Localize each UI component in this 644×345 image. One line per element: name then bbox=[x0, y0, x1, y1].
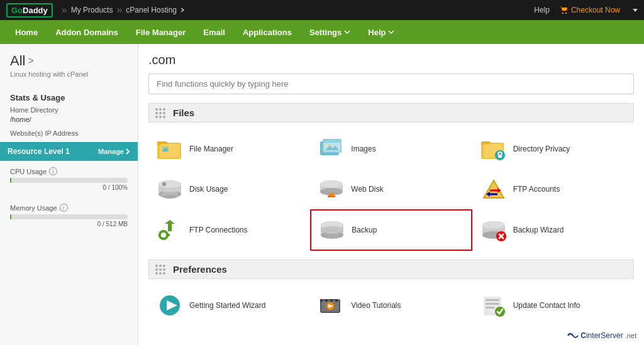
update-contact-label: Update Contact Info bbox=[513, 301, 580, 310]
memory-info-icon[interactable]: i bbox=[60, 204, 68, 212]
getting-started-icon bbox=[157, 292, 183, 319]
domain-title: .com bbox=[148, 53, 634, 67]
nav-item-email[interactable]: Email bbox=[194, 20, 234, 44]
svg-rect-16 bbox=[498, 155, 502, 158]
interserver-logo-text: CinterServer bbox=[580, 331, 623, 340]
svg-rect-41 bbox=[162, 238, 165, 240]
ftp-accounts-icon bbox=[480, 176, 507, 202]
svg-rect-29 bbox=[329, 193, 334, 195]
svg-rect-64 bbox=[325, 299, 328, 302]
ftp-connections-icon bbox=[157, 217, 183, 243]
update-contact-icon bbox=[480, 292, 507, 319]
nav-item-settings[interactable]: Settings bbox=[301, 20, 359, 44]
nav-item-home[interactable]: Home bbox=[6, 20, 47, 44]
sidebar: All > Linux hosting with cPanel Stats & … bbox=[0, 44, 138, 345]
backup-icon bbox=[319, 217, 345, 243]
web-disk-icon bbox=[318, 176, 345, 202]
sidebar-all-chevron: > bbox=[28, 55, 33, 67]
svg-marker-37 bbox=[165, 220, 175, 231]
backup-label: Backup bbox=[352, 226, 377, 234]
backup-wizard-item[interactable]: Backup Wizard bbox=[472, 209, 634, 251]
ftp-accounts-item[interactable]: FTP Accounts bbox=[472, 169, 634, 209]
disk-usage-item[interactable]: Disk Usage bbox=[148, 169, 310, 209]
svg-point-20 bbox=[158, 180, 181, 188]
svg-point-49 bbox=[321, 226, 343, 234]
svg-rect-65 bbox=[330, 299, 333, 302]
svg-point-23 bbox=[162, 189, 177, 192]
breadcrumb-sep-1: » bbox=[62, 4, 67, 16]
svg-rect-21 bbox=[162, 182, 166, 186]
preferences-section-title: Preferences bbox=[173, 264, 227, 275]
memory-usage-value: 0 / 512 MB bbox=[10, 221, 128, 227]
svg-rect-63 bbox=[320, 299, 323, 302]
svg-rect-70 bbox=[486, 307, 494, 309]
sidebar-stats-title: Stats & Usage bbox=[0, 87, 138, 105]
ftp-connections-label: FTP Connections bbox=[189, 226, 248, 234]
file-manager-item[interactable]: File Manager bbox=[148, 129, 310, 169]
ftp-accounts-label: FTP Accounts bbox=[513, 185, 560, 194]
nav-item-help[interactable]: Help bbox=[359, 20, 403, 44]
web-disk-item[interactable]: Web Disk bbox=[310, 169, 472, 209]
cpu-usage-bar bbox=[10, 178, 128, 183]
manage-button[interactable]: Manage bbox=[98, 148, 130, 155]
sidebar-sub-label: Linux hosting with cPanel bbox=[0, 70, 138, 87]
backup-wizard-label: Backup Wizard bbox=[513, 226, 564, 234]
disk-usage-icon bbox=[157, 176, 183, 202]
sidebar-ip-label: Website(s) IP Address bbox=[0, 128, 138, 138]
top-bar: GoDaddy » My Products » cPanel Hosting H… bbox=[0, 0, 644, 20]
images-icon bbox=[318, 136, 345, 162]
files-section-title: Files bbox=[173, 107, 194, 118]
ftp-connections-item[interactable]: FTP Connections bbox=[148, 209, 310, 251]
video-tutorials-item[interactable]: Video Tutorials bbox=[310, 285, 472, 326]
svg-marker-31 bbox=[484, 180, 504, 198]
godaddy-logo[interactable]: GoDaddy bbox=[6, 3, 53, 18]
cpu-usage-fill bbox=[10, 178, 11, 183]
images-label: Images bbox=[351, 145, 375, 153]
nav-item-addon-domains[interactable]: Addon Domains bbox=[47, 20, 127, 44]
topbar-dropdown-icon[interactable] bbox=[633, 9, 638, 12]
web-disk-label: Web Disk bbox=[351, 185, 383, 194]
svg-point-53 bbox=[482, 221, 505, 229]
sidebar-home-dir-label: Home Directory bbox=[0, 105, 138, 115]
resource-label: Resource Level 1 bbox=[8, 147, 70, 156]
svg-point-39 bbox=[161, 233, 166, 238]
directory-privacy-item[interactable]: Directory Privacy bbox=[472, 129, 634, 169]
svg-point-0 bbox=[562, 13, 564, 14]
interserver-net-text: .net bbox=[625, 332, 636, 339]
sidebar-home-dir-value: /home/ bbox=[0, 115, 138, 128]
svg-rect-42 bbox=[158, 234, 161, 236]
resource-bar[interactable]: Resource Level 1 Manage bbox=[0, 142, 138, 161]
nav-item-applications[interactable]: Applications bbox=[234, 20, 301, 44]
cpu-usage-value: 0 / 100% bbox=[10, 184, 128, 191]
cpu-usage-label: CPU Usage bbox=[10, 168, 47, 175]
file-manager-label: File Manager bbox=[189, 145, 233, 153]
section-dots-preferences bbox=[155, 265, 165, 275]
help-link[interactable]: Help bbox=[534, 6, 550, 14]
memory-usage-bar bbox=[10, 214, 128, 219]
backup-item[interactable]: Backup bbox=[310, 209, 472, 251]
files-section-header: Files bbox=[148, 103, 634, 123]
breadcrumb-my-products[interactable]: My Products bbox=[71, 6, 113, 14]
content-area: .com Files bbox=[138, 44, 644, 345]
images-item[interactable]: Images bbox=[310, 129, 472, 169]
cpu-info-icon[interactable]: i bbox=[49, 167, 57, 175]
svg-rect-69 bbox=[486, 303, 499, 305]
svg-rect-68 bbox=[486, 299, 499, 301]
checkout-button[interactable]: Checkout Now bbox=[560, 6, 620, 14]
getting-started-item[interactable]: Getting Started Wizard bbox=[148, 285, 310, 326]
memory-usage-fill bbox=[10, 214, 11, 219]
svg-point-11 bbox=[326, 145, 329, 147]
svg-rect-43 bbox=[167, 234, 170, 236]
memory-usage-label: Memory Usage bbox=[10, 204, 57, 212]
preferences-grid: Getting Started Wizard bbox=[148, 285, 634, 326]
search-input[interactable] bbox=[148, 74, 634, 94]
breadcrumb-sep-2: » bbox=[116, 4, 122, 16]
nav-item-file-manager[interactable]: File Manager bbox=[127, 20, 194, 44]
top-bar-right: Help Checkout Now bbox=[534, 6, 638, 14]
video-tutorials-icon bbox=[318, 292, 345, 319]
preferences-section-header: Preferences bbox=[148, 260, 634, 279]
update-contact-item[interactable]: Update Contact Info bbox=[472, 285, 634, 326]
section-dots-files bbox=[155, 108, 165, 118]
interserver-brand: CinterServer .net bbox=[567, 331, 636, 340]
sidebar-all[interactable]: All > bbox=[0, 53, 138, 70]
